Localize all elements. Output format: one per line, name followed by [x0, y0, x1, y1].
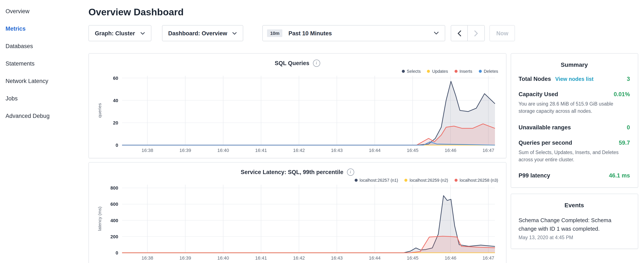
- svg-text:0: 0: [116, 250, 118, 255]
- svg-text:16:40: 16:40: [217, 148, 229, 153]
- time-range-badge: 10m: [267, 29, 282, 37]
- summary-label: Queries per second: [518, 139, 572, 146]
- svg-text:16:45: 16:45: [407, 148, 418, 153]
- events-title: Events: [518, 202, 630, 208]
- chart-body: 020406016:3816:3916:4016:4116:4216:4316:…: [95, 72, 500, 154]
- summary-label: Total Nodes: [518, 76, 551, 82]
- chart-body: 020040060080016:3816:3916:4016:4116:4216…: [95, 180, 500, 262]
- summary-rows: Total NodesView nodes list3Capacity Used…: [518, 76, 630, 179]
- chart-title: Service Latency: SQL, 99th percentile: [241, 169, 343, 175]
- chart-header: Service Latency: SQL, 99th percentile i: [95, 166, 500, 178]
- summary-card: Summary Total NodesView nodes list3Capac…: [510, 53, 638, 188]
- dashboard-label: Dashboard: Overview: [168, 30, 227, 36]
- time-nav-buttons: [451, 25, 485, 41]
- summary-description: Sum of Selects, Updates, Inserts, and De…: [518, 149, 630, 163]
- page: OverviewMetricsDatabasesStatementsNetwor…: [0, 0, 644, 263]
- svg-text:16:41: 16:41: [255, 255, 267, 261]
- events-list: Schema Change Completed: Schema change w…: [518, 216, 630, 240]
- svg-text:200: 200: [110, 234, 118, 239]
- time-range-picker[interactable]: 10m Past 10 Minutes: [262, 25, 446, 41]
- dashboard-dropdown[interactable]: Dashboard: Overview: [162, 25, 244, 41]
- event-timestamp: May 13, 2020 at 4:45 PM: [518, 235, 630, 240]
- graph-scope-dropdown[interactable]: Graph: Cluster: [88, 25, 151, 41]
- summary-value: 0.01%: [610, 91, 630, 97]
- chevron-down-icon: [232, 32, 237, 35]
- summary-label: Capacity Used: [518, 91, 558, 97]
- charts-column: SQL Queries i SelectsUpdatesInsertsDelet…: [88, 53, 506, 263]
- page-title: Overview Dashboard: [88, 7, 638, 18]
- svg-text:16:46: 16:46: [444, 255, 456, 261]
- svg-text:16:45: 16:45: [407, 255, 418, 261]
- info-icon[interactable]: i: [347, 168, 354, 176]
- svg-text:20: 20: [113, 120, 118, 126]
- svg-text:60: 60: [113, 76, 118, 81]
- summary-row: P99 latency46.1 ms: [518, 172, 630, 179]
- svg-text:16:47: 16:47: [483, 148, 494, 153]
- dashboard-grid: SQL Queries i SelectsUpdatesInsertsDelet…: [88, 53, 638, 263]
- svg-text:16:38: 16:38: [142, 255, 153, 261]
- chevron-left-icon: [458, 30, 461, 36]
- summary-label: P99 latency: [518, 172, 550, 179]
- svg-text:16:41: 16:41: [255, 148, 267, 153]
- sidebar-item-overview[interactable]: Overview: [6, 3, 85, 20]
- svg-text:16:44: 16:44: [369, 148, 380, 153]
- svg-text:latency (ms): latency (ms): [97, 207, 102, 231]
- svg-text:0: 0: [116, 143, 118, 148]
- summary-value: 3: [624, 76, 630, 82]
- summary-row: Total NodesView nodes list3: [518, 76, 630, 82]
- sidebar: OverviewMetricsDatabasesStatementsNetwor…: [0, 0, 85, 263]
- summary-value: 0: [624, 124, 630, 130]
- svg-text:16:39: 16:39: [180, 255, 191, 261]
- time-forward-button[interactable]: [468, 25, 485, 41]
- svg-text:16:38: 16:38: [142, 148, 153, 153]
- sidebar-item-network-latency[interactable]: Network Latency: [6, 72, 85, 90]
- now-button[interactable]: Now: [490, 25, 515, 41]
- svg-text:16:42: 16:42: [293, 255, 305, 261]
- controls-bar: Graph: Cluster Dashboard: Overview 10m P…: [88, 25, 638, 41]
- app-window: OverviewMetricsDatabasesStatementsNetwor…: [0, 0, 644, 263]
- svg-text:16:43: 16:43: [331, 148, 343, 153]
- summary-row: Queries per second59.7Sum of Selects, Up…: [518, 139, 630, 163]
- time-range-label: Past 10 Minutes: [288, 30, 332, 36]
- summary-title: Summary: [518, 61, 630, 68]
- svg-text:800: 800: [110, 185, 118, 191]
- svg-text:queries: queries: [97, 103, 102, 118]
- time-back-button[interactable]: [451, 25, 468, 41]
- sidebar-item-advanced-debug[interactable]: Advanced Debug: [6, 107, 85, 125]
- svg-text:16:44: 16:44: [369, 255, 380, 261]
- svg-text:16:42: 16:42: [293, 148, 305, 153]
- svg-text:16:39: 16:39: [180, 148, 191, 153]
- service-latency-plot[interactable]: 020040060080016:3816:3916:4016:4116:4216…: [95, 180, 500, 262]
- svg-text:16:46: 16:46: [444, 148, 456, 153]
- event-text: Schema Change Completed: Schema change w…: [518, 216, 630, 233]
- event-item: Schema Change Completed: Schema change w…: [518, 216, 630, 240]
- chart-header: SQL Queries i: [95, 57, 500, 69]
- sidebar-item-jobs[interactable]: Jobs: [6, 90, 85, 107]
- svg-text:40: 40: [113, 98, 118, 103]
- svg-text:16:43: 16:43: [331, 255, 343, 261]
- graph-scope-label: Graph: Cluster: [95, 30, 135, 36]
- summary-description: You are using 28.6 MiB of 515.9 GiB usab…: [518, 100, 630, 115]
- sidebar-item-metrics[interactable]: Metrics: [6, 20, 85, 38]
- svg-text:400: 400: [110, 218, 118, 223]
- summary-row: Unavailable ranges0: [518, 124, 630, 130]
- info-icon[interactable]: i: [313, 59, 320, 67]
- summary-value: 59.7: [615, 139, 630, 146]
- chevron-right-icon: [474, 30, 478, 36]
- svg-text:600: 600: [110, 201, 118, 207]
- svg-text:16:40: 16:40: [217, 255, 229, 261]
- summary-value: 46.1 ms: [606, 172, 630, 179]
- events-card: Events Schema Change Completed: Schema c…: [510, 194, 638, 249]
- summary-row: Capacity Used0.01%You are using 28.6 MiB…: [518, 91, 630, 115]
- service-latency-chart-card: Service Latency: SQL, 99th percentile i …: [88, 162, 506, 263]
- svg-text:16:47: 16:47: [483, 255, 494, 261]
- sql-queries-plot[interactable]: 020406016:3816:3916:4016:4116:4216:4316:…: [95, 72, 500, 154]
- chart-title: SQL Queries: [275, 60, 309, 66]
- sql-queries-chart-card: SQL Queries i SelectsUpdatesInsertsDelet…: [88, 53, 506, 158]
- summary-link[interactable]: View nodes list: [555, 76, 594, 82]
- sidebar-item-databases[interactable]: Databases: [6, 38, 85, 55]
- chevron-down-icon: [140, 32, 145, 35]
- sidebar-item-statements[interactable]: Statements: [6, 55, 85, 72]
- main-content: Overview Dashboard Graph: Cluster Dashbo…: [85, 0, 644, 263]
- summary-label: Unavailable ranges: [518, 124, 571, 130]
